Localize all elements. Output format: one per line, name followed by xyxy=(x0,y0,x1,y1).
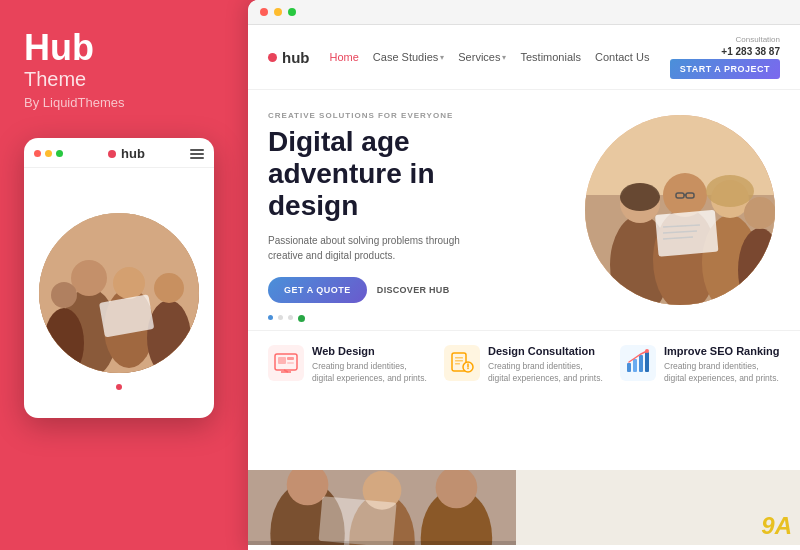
hero-dot-2[interactable] xyxy=(278,315,283,320)
mobile-circle-image xyxy=(39,213,199,373)
bottom-logo-mark: 9A xyxy=(761,512,792,540)
hero-dot-3[interactable] xyxy=(288,315,293,320)
svg-point-6 xyxy=(154,273,184,303)
hero-dots xyxy=(268,315,570,322)
mobile-image-container xyxy=(24,168,214,398)
mobile-dot-green xyxy=(56,150,63,157)
brand-title: Hub xyxy=(24,30,224,66)
brand-section: Hub Theme By LiquidThemes xyxy=(24,30,224,110)
svg-point-8 xyxy=(51,282,77,308)
brand-subtitle: Theme xyxy=(24,68,224,91)
service-card-design-consultation: Design Consultation Creating brand ident… xyxy=(444,345,604,385)
svg-rect-38 xyxy=(455,363,460,365)
svg-point-28 xyxy=(706,175,754,207)
brand-by: By LiquidThemes xyxy=(24,95,224,110)
nav-link-case-studies[interactable]: Case Studies ▾ xyxy=(373,51,444,63)
consultation-label: Consultation xyxy=(736,35,780,44)
svg-rect-30 xyxy=(278,357,286,364)
mobile-mockup: hub xyxy=(24,138,214,418)
svg-point-4 xyxy=(113,267,145,299)
seo-icon xyxy=(620,345,656,381)
design-consultation-icon xyxy=(444,345,480,381)
svg-rect-44 xyxy=(639,355,643,372)
nav-right: Consultation +1 283 38 87 START A PROJEC… xyxy=(670,35,780,79)
nav-link-services[interactable]: Services ▾ xyxy=(458,51,506,63)
nav-link-contact[interactable]: Contact Us xyxy=(595,51,649,63)
bottom-image-left xyxy=(248,470,516,545)
service-web-design-text: Web Design Creating brand identities, di… xyxy=(312,345,428,385)
svg-rect-37 xyxy=(455,360,463,362)
hero-circle-image xyxy=(585,115,775,305)
web-design-icon xyxy=(268,345,304,381)
hero-tagline: CREATIVE SOLUTIONS FOR EVERYONE xyxy=(268,111,570,120)
hero-description: Passionate about solving problems throug… xyxy=(268,233,468,263)
svg-point-27 xyxy=(620,183,660,211)
svg-rect-45 xyxy=(645,352,649,372)
website-content: hub Home Case Studies ▾ Services ▾ Testi… xyxy=(248,25,800,545)
nav-links: Home Case Studies ▾ Services ▾ Testimoni… xyxy=(330,51,670,63)
site-logo: hub xyxy=(268,49,310,66)
svg-point-5 xyxy=(147,300,191,373)
service-card-seo: Improve SEO Ranking Creating brand ident… xyxy=(620,345,780,385)
site-nav: hub Home Case Studies ▾ Services ▾ Testi… xyxy=(248,25,800,90)
hero-title-line3: design xyxy=(268,190,358,221)
mobile-top-bar: hub xyxy=(24,138,214,168)
nav-link-testimonials[interactable]: Testimonials xyxy=(520,51,581,63)
service-design-consultation-title: Design Consultation xyxy=(488,345,604,357)
hero-title-line2: adventure in xyxy=(268,158,434,189)
svg-rect-42 xyxy=(627,363,631,372)
services-section: Web Design Creating brand identities, di… xyxy=(248,330,800,399)
browser-mockup: hub Home Case Studies ▾ Services ▾ Testi… xyxy=(248,0,800,550)
browser-chrome xyxy=(248,0,800,25)
mobile-dots xyxy=(34,150,63,157)
svg-rect-54 xyxy=(319,496,397,545)
svg-rect-43 xyxy=(633,359,637,372)
svg-rect-36 xyxy=(455,357,463,359)
people-illustration xyxy=(39,213,199,373)
svg-point-2 xyxy=(71,260,107,296)
bottom-image-right: 9A xyxy=(516,470,800,545)
service-web-design-desc: Creating brand identities, digital exper… xyxy=(312,361,428,385)
hero-dot-4[interactable] xyxy=(298,315,305,322)
browser-dot-red xyxy=(260,8,268,16)
svg-point-41 xyxy=(467,368,469,370)
chevron-down-icon: ▾ xyxy=(502,53,506,62)
nav-link-home[interactable]: Home xyxy=(330,51,359,63)
service-seo-desc: Creating brand identities, digital exper… xyxy=(664,361,780,385)
hero-right xyxy=(580,106,780,314)
hero-title: Digital age adventure in design xyxy=(268,126,570,223)
mobile-dot-red xyxy=(34,150,41,157)
phone-number: +1 283 38 87 xyxy=(721,46,780,57)
service-seo-title: Improve SEO Ranking xyxy=(664,345,780,357)
site-logo-dot xyxy=(268,53,277,62)
service-design-consultation-text: Design Consultation Creating brand ident… xyxy=(488,345,604,385)
service-design-consultation-desc: Creating brand identities, digital exper… xyxy=(488,361,604,385)
svg-rect-55 xyxy=(248,541,516,545)
hero-dot-1[interactable] xyxy=(268,315,273,320)
mobile-bottom-dot xyxy=(116,384,122,390)
service-web-design-title: Web Design xyxy=(312,345,428,357)
hero-section: CREATIVE SOLUTIONS FOR EVERYONE Digital … xyxy=(248,90,800,330)
mobile-hamburger-icon[interactable] xyxy=(190,149,204,159)
discover-hub-button[interactable]: DISCOVER HUB xyxy=(377,285,450,295)
mobile-logo-text: hub xyxy=(121,146,145,161)
get-quote-button[interactable]: GET A QUOTE xyxy=(268,277,367,303)
mobile-logo-dot xyxy=(108,150,116,158)
svg-rect-31 xyxy=(287,357,294,360)
service-seo-text: Improve SEO Ranking Creating brand ident… xyxy=(664,345,780,385)
svg-point-19 xyxy=(744,197,775,229)
mobile-dot-yellow xyxy=(45,150,52,157)
browser-dot-yellow xyxy=(274,8,282,16)
hero-left: CREATIVE SOLUTIONS FOR EVERYONE Digital … xyxy=(268,106,570,314)
svg-point-46 xyxy=(645,349,649,353)
svg-rect-32 xyxy=(287,362,294,364)
service-card-web-design: Web Design Creating brand identities, di… xyxy=(268,345,428,385)
start-project-button[interactable]: START A PROJECT xyxy=(670,59,780,79)
hero-buttons: GET A QUOTE DISCOVER HUB xyxy=(268,277,570,303)
chevron-down-icon: ▾ xyxy=(440,53,444,62)
bottom-strip: 9A xyxy=(248,470,800,545)
hero-title-line1: Digital age xyxy=(268,126,410,157)
browser-dot-green xyxy=(288,8,296,16)
mobile-logo: hub xyxy=(108,146,145,161)
site-logo-text: hub xyxy=(282,49,310,66)
